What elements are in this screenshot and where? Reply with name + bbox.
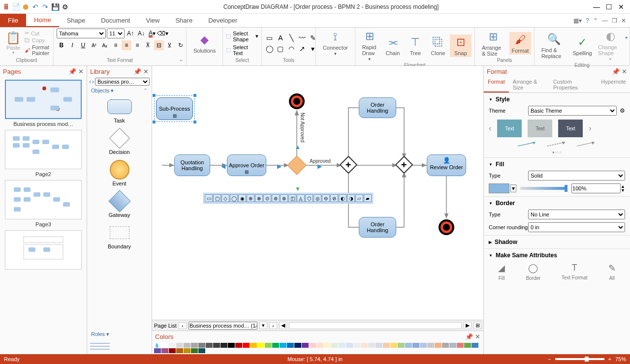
- corner-rounding-select[interactable]: 0 in: [528, 222, 625, 232]
- lib-fwd-icon[interactable]: ›: [92, 78, 94, 85]
- close-icon[interactable]: ✕: [622, 68, 627, 75]
- shape-terminate-top[interactable]: [289, 93, 305, 109]
- arrow-tool-icon[interactable]: ↗: [297, 44, 307, 54]
- color-swatch[interactable]: [184, 348, 190, 353]
- rapid-draw-button[interactable]: ⊞Rapid Draw▼: [358, 29, 381, 62]
- color-swatch[interactable]: [457, 343, 464, 348]
- cut-button[interactable]: ✂Cut: [25, 30, 50, 36]
- color-swatch[interactable]: [316, 343, 323, 348]
- page-scrollbar[interactable]: [289, 322, 462, 329]
- tree-button[interactable]: ⊤Tree: [405, 34, 426, 57]
- align-bottom-button[interactable]: ⊻: [165, 40, 175, 50]
- page-next-button[interactable]: ›: [269, 322, 277, 329]
- paste-button[interactable]: 📋Paste▼: [3, 30, 24, 56]
- theme-gear-icon[interactable]: ⚙: [620, 107, 625, 114]
- shape-approve[interactable]: Approve Order⊞: [227, 154, 266, 176]
- theme-card-1[interactable]: Text: [497, 120, 522, 137]
- color-swatch[interactable]: [287, 343, 294, 348]
- color-swatch[interactable]: [420, 343, 427, 348]
- rotate-text-button[interactable]: ↻: [176, 40, 186, 50]
- tab-developer[interactable]: Developer: [200, 14, 245, 27]
- color-swatch[interactable]: [324, 343, 331, 348]
- shape-quick-palette[interactable]: ▭ ▢ ◇ ◯ ◉ ⊕ ⊗ ⊙ ⊚ ⊛ ◫ ◬ ⬡ ◎ ⊖ ⊘ ◐ ◑ ▱ ▰: [203, 193, 373, 204]
- pin-icon[interactable]: 📌: [133, 68, 141, 75]
- help-icon[interactable]: ?: [586, 17, 589, 24]
- shape-gateway-2[interactable]: [340, 156, 358, 174]
- zoom-slider[interactable]: [555, 358, 604, 360]
- lib-item-decision[interactable]: Decision: [87, 126, 152, 158]
- collapse-ribbon-icon[interactable]: ⌃: [593, 17, 598, 24]
- zoom-out-button[interactable]: −: [548, 356, 551, 362]
- shape-gateway-1[interactable]: [287, 155, 307, 175]
- page-list-input[interactable]: [189, 322, 257, 330]
- color-swatch[interactable]: [398, 343, 405, 348]
- tab-document[interactable]: Document: [93, 14, 138, 27]
- color-swatch[interactable]: [176, 343, 183, 348]
- color-swatch[interactable]: [243, 343, 250, 348]
- color-swatch[interactable]: [361, 343, 368, 348]
- settings-icon[interactable]: ⚙: [61, 3, 69, 11]
- child-maximize-icon[interactable]: ❐: [612, 17, 617, 24]
- close-icon[interactable]: ✕: [78, 68, 84, 75]
- align-left-button[interactable]: ≡: [111, 40, 121, 50]
- find-replace-button[interactable]: 🔍Find & Replace: [537, 31, 570, 60]
- solutions-button[interactable]: ◆ Solutions: [189, 32, 220, 55]
- minimize-button[interactable]: —: [593, 3, 600, 11]
- arc-tool-icon[interactable]: ◠: [286, 44, 296, 54]
- library-select[interactable]: Business pro…: [95, 78, 150, 86]
- theme-prev-icon[interactable]: ‹: [489, 124, 491, 133]
- color-swatch[interactable]: [449, 343, 456, 348]
- new-icon[interactable]: 📄: [12, 3, 20, 11]
- canvas[interactable]: Sub-Process ⊞ Quotation Handling Approve…: [152, 66, 483, 320]
- theme-select[interactable]: Basic Theme: [528, 106, 617, 116]
- format-tab-custom[interactable]: Custom Properties: [549, 77, 597, 92]
- color-swatch[interactable]: [161, 348, 168, 353]
- color-swatch[interactable]: [198, 343, 205, 348]
- lib-back-icon[interactable]: ‹: [89, 78, 91, 85]
- italic-button[interactable]: I: [67, 40, 77, 50]
- redo-icon[interactable]: ↷: [41, 3, 49, 11]
- color-swatch[interactable]: [206, 343, 213, 348]
- align-middle-button[interactable]: ⊟: [154, 40, 164, 50]
- color-swatch[interactable]: [154, 348, 161, 353]
- theme-card-2[interactable]: Text: [528, 120, 552, 137]
- pin-icon[interactable]: 📌: [68, 68, 76, 75]
- objects-section[interactable]: Objects ▾ ⌃: [87, 87, 152, 95]
- color-swatch[interactable]: [280, 343, 286, 348]
- close-button[interactable]: ✕: [618, 3, 624, 11]
- roles-section[interactable]: Roles ▾: [87, 330, 152, 338]
- rect-tool-icon[interactable]: ▭: [265, 33, 275, 43]
- close-icon[interactable]: ✕: [143, 68, 149, 75]
- maximize-button[interactable]: ☐: [606, 3, 612, 11]
- shape-review[interactable]: 👤Review Order: [427, 154, 466, 176]
- tab-view[interactable]: View: [138, 14, 167, 27]
- page-thumb-2[interactable]: Page2: [5, 130, 82, 177]
- page-grid-icon[interactable]: ⊞: [473, 322, 481, 329]
- undo-icon[interactable]: ↶: [32, 3, 39, 11]
- file-tab[interactable]: File: [0, 14, 26, 27]
- color-swatch[interactable]: [390, 343, 397, 348]
- color-swatch[interactable]: [257, 343, 264, 348]
- color-swatch[interactable]: [169, 343, 176, 348]
- color-swatch[interactable]: [169, 348, 176, 353]
- tab-shape[interactable]: Shape: [59, 14, 94, 27]
- increase-font-icon[interactable]: A↑: [126, 29, 135, 38]
- color-swatch[interactable]: [220, 343, 227, 348]
- style-header[interactable]: Style: [489, 96, 625, 103]
- opacity-slider[interactable]: [520, 187, 567, 190]
- font-color-icon[interactable]: A▾: [147, 29, 157, 38]
- same-attr-header[interactable]: Make Same Attributes: [489, 252, 625, 259]
- shape-order-bottom[interactable]: Order Handling: [359, 217, 396, 238]
- color-swatch[interactable]: [368, 343, 375, 348]
- color-swatch[interactable]: [161, 343, 168, 348]
- shape-sub-process[interactable]: Sub-Process ⊞: [156, 97, 193, 120]
- change-shape-button[interactable]: ◐Change Shape▼: [594, 29, 627, 62]
- select-text-button[interactable]: ⬚Select Text: [226, 44, 258, 56]
- fill-type-select[interactable]: Solid: [528, 171, 625, 181]
- shadow-header[interactable]: Shadow: [489, 239, 625, 245]
- same-fill-button[interactable]: ◢Fill: [498, 263, 505, 281]
- shield-icon[interactable]: ⬢: [22, 3, 30, 11]
- arrange-size-button[interactable]: ⊞Arrange & Size: [478, 29, 508, 58]
- page-dropdown-button[interactable]: ▾: [259, 322, 267, 329]
- shape-gateway-3[interactable]: [395, 156, 413, 174]
